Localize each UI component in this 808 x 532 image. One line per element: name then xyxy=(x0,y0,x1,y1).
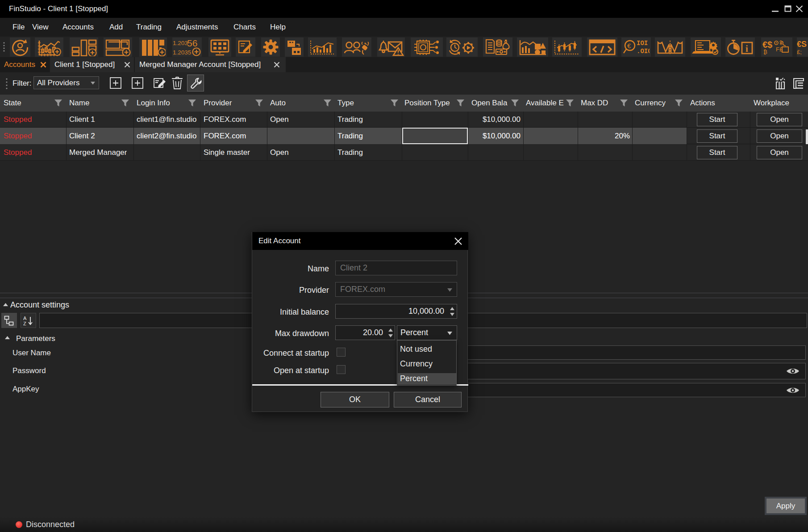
svg-text:₿: ₿ xyxy=(763,49,767,55)
svg-text:i: i xyxy=(746,43,748,54)
svg-text:56: 56 xyxy=(187,38,197,48)
svg-text:€$: €$ xyxy=(762,40,772,50)
svg-text:1.2035: 1.2035 xyxy=(173,49,191,56)
svg-text:1.203: 1.203 xyxy=(173,40,188,46)
svg-text:A: A xyxy=(23,316,27,321)
svg-text:Z: Z xyxy=(23,321,26,326)
svg-text:€: € xyxy=(627,42,631,50)
svg-text:IOI: IOI xyxy=(637,40,648,47)
svg-text:£;: £; xyxy=(797,49,802,55)
svg-text:.OIO: .OIO xyxy=(637,48,650,55)
svg-text:€S: €S xyxy=(797,40,807,49)
